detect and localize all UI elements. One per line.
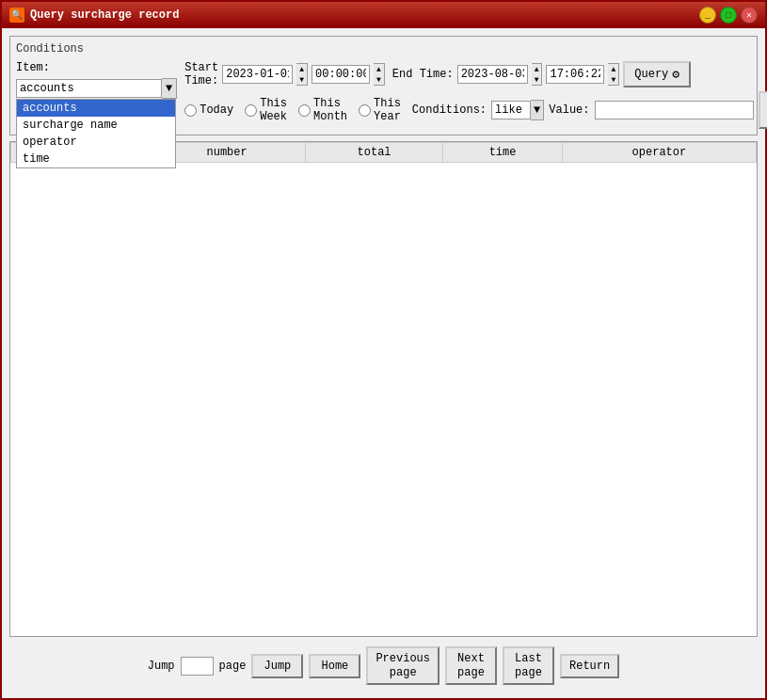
radio-today-input[interactable] — [184, 104, 197, 117]
title-bar-left: 🔍 Query surcharge record — [9, 8, 179, 23]
datetime-row: StartTime: ▲ ▼ ▲ ▼ End Time: — [184, 61, 767, 88]
item-label: Item: — [16, 61, 50, 74]
page-number-input[interactable] — [181, 657, 214, 676]
next-page-button[interactable]: Next page — [445, 646, 497, 685]
query-btn-label: Query — [634, 68, 668, 81]
item-select-row: ▼ — [16, 78, 177, 99]
window-icon: 🔍 — [9, 8, 24, 23]
previous-page-button[interactable]: Previous page — [366, 646, 439, 685]
right-section: StartTime: ▲ ▼ ▲ ▼ End Time: — [184, 61, 767, 129]
home-button[interactable]: Home — [309, 654, 360, 678]
close-button[interactable]: ✕ — [741, 7, 758, 24]
dropdown-item-time[interactable]: time — [17, 151, 175, 167]
end-time-input[interactable] — [546, 65, 604, 84]
radio-today[interactable]: Today — [184, 103, 233, 117]
jump-button[interactable]: Jump — [251, 654, 303, 678]
data-table-container: price number total time operator — [9, 141, 758, 637]
main-window: 🔍 Query surcharge record _ □ ✕ Condition… — [0, 0, 767, 700]
conditions-select-wrapper: ▼ — [491, 100, 544, 120]
title-buttons: _ □ ✕ — [699, 7, 758, 24]
radio-today-label: Today — [200, 103, 233, 117]
maximize-button[interactable]: □ — [720, 7, 737, 24]
conditions-arrow[interactable]: ▼ — [531, 100, 544, 120]
radio-this-month-input[interactable] — [298, 104, 311, 117]
radio-this-month-label: This Month — [313, 97, 347, 123]
start-time-input[interactable] — [312, 65, 370, 84]
radio-this-week[interactable]: This Week — [245, 97, 287, 123]
window-title: Query surcharge record — [30, 8, 179, 22]
conditions-select[interactable] — [491, 101, 531, 119]
last-page-button[interactable]: Last page — [503, 646, 554, 685]
gear-icon: ⚙ — [672, 67, 679, 82]
radio-this-year-label: This Year — [374, 97, 401, 123]
item-dropdown-list: accounts surcharge name operator time — [16, 99, 176, 168]
page-label: page — [219, 660, 247, 673]
dropdown-item-surcharge-name[interactable]: surcharge name — [17, 117, 175, 134]
conditions-group: Conditions Item: ▼ accounts surcharge — [9, 36, 758, 135]
start-date-input[interactable] — [222, 65, 293, 84]
col-time: time — [443, 143, 563, 163]
left-section: Item: ▼ accounts surcharge name operator… — [16, 61, 177, 99]
item-dropdown-wrapper: ▼ accounts surcharge name operator time — [16, 78, 177, 99]
main-content: Conditions Item: ▼ accounts surcharge — [2, 28, 765, 698]
start-time-label: StartTime: — [184, 61, 218, 88]
bottom-bar: Jump page Jump Home Previous page Next p… — [9, 641, 758, 691]
value-input[interactable] — [595, 101, 755, 119]
radio-this-month[interactable]: This Month — [298, 97, 347, 123]
start-time-spinner[interactable]: ▲ ▼ — [374, 63, 385, 86]
dropdown-item-operator[interactable]: operator — [17, 134, 175, 151]
top-section: Item: ▼ accounts surcharge name operator… — [16, 61, 751, 129]
col-total: total — [305, 143, 442, 163]
radio-this-year[interactable]: This Year — [359, 97, 401, 123]
radio-group: Today This Week This Month — [184, 97, 401, 123]
conditions-value-group: Conditions: ▼ Value: All records — [412, 91, 767, 129]
end-date-spinner[interactable]: ▲ ▼ — [532, 63, 543, 86]
conditions-label: Conditions: — [412, 103, 487, 117]
title-bar: 🔍 Query surcharge record _ □ ✕ — [2, 2, 765, 28]
dropdown-item-accounts[interactable]: accounts — [17, 100, 175, 117]
minimize-button[interactable]: _ — [699, 7, 716, 24]
col-operator: operator — [562, 143, 756, 163]
end-date-input[interactable] — [457, 65, 528, 84]
all-records-button[interactable]: All records — [759, 91, 767, 129]
radio-this-year-input[interactable] — [359, 104, 371, 117]
start-date-spinner[interactable]: ▲ ▼ — [296, 63, 308, 86]
end-time-label: End Time: — [392, 68, 454, 81]
radio-conditions-row: Today This Week This Month — [184, 91, 767, 129]
conditions-legend: Conditions — [16, 42, 751, 56]
value-label: Value: — [549, 103, 589, 117]
query-button[interactable]: Query ⚙ — [623, 61, 691, 88]
return-button[interactable]: Return — [560, 654, 619, 678]
item-dropdown-arrow[interactable]: ▼ — [162, 78, 177, 99]
item-input[interactable] — [16, 79, 162, 98]
radio-this-week-input[interactable] — [245, 104, 257, 117]
jump-label: Jump — [148, 660, 175, 673]
radio-this-week-label: This Week — [260, 97, 287, 123]
end-time-spinner[interactable]: ▲ ▼ — [608, 63, 619, 86]
